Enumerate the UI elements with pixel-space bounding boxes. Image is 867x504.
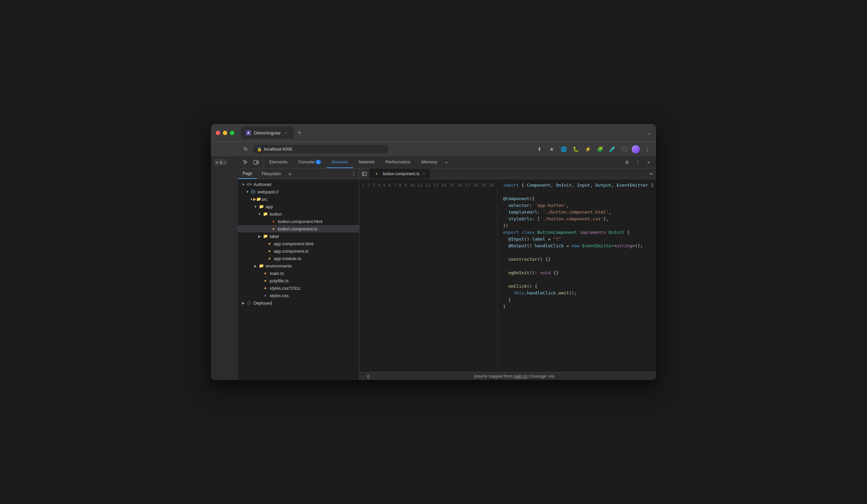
tree-arrow-button: ▼ (257, 212, 262, 216)
folder-icon-label: 📁 (262, 233, 268, 239)
line-numbers: 1 2 3 4 5 6 7 8 9 10 11 12 13 14 15 16 1… (359, 179, 497, 372)
tree-item-label-folder[interactable]: ▶ 📁 label (238, 232, 359, 240)
pretty-print-button[interactable]: {} (363, 374, 374, 379)
tree-item-app-html[interactable]: ▶ ● app.component.html (238, 240, 359, 247)
tree-label-button-ts: button.component.ts (278, 227, 318, 231)
code-lines[interactable]: import { Component, OnInit, Input, Outpu… (497, 179, 656, 372)
minimize-button[interactable] (223, 131, 227, 135)
tab-network[interactable]: Network (353, 156, 380, 168)
tree-label-environments: environments (266, 263, 292, 269)
back-button[interactable]: ← (215, 144, 225, 154)
authored-icon: </> (246, 181, 252, 187)
tab-elements[interactable]: Elements (264, 156, 293, 168)
status-text: (source mapped from main.js) Coverage: n… (376, 374, 652, 379)
tab-title: DemoAngular (254, 130, 281, 135)
tree-item-main-ts[interactable]: ▶ ● main.ts (238, 270, 359, 277)
file-icon-styles-hash: ● (262, 285, 268, 291)
tree-item-src[interactable]: ▼ ▶📁 src (238, 195, 359, 203)
tree-item-styles-css-hash[interactable]: ▶ ● styles.css?231c (238, 284, 359, 292)
tree-label-styles-css: styles.css (270, 293, 289, 298)
tree-label-src: src (261, 197, 267, 202)
maximize-button[interactable] (230, 131, 234, 135)
code-content-area[interactable]: 1 2 3 4 5 6 7 8 9 10 11 12 13 14 15 16 1… (359, 179, 656, 372)
devtools-more-icon[interactable]: ⋮ (633, 158, 642, 167)
tree-item-webpack[interactable]: ▼ webpack:// (238, 188, 359, 195)
svg-rect-1 (257, 161, 258, 164)
tab-console[interactable]: Console 1 (293, 156, 326, 168)
sources-sub-tabs-menu[interactable]: ⋮ (348, 168, 359, 179)
tree-label-app-module: app.module.ts (274, 256, 301, 261)
status-prefix: (source mapped from (474, 374, 513, 379)
more-options-icon[interactable]: ⋮ (642, 144, 652, 154)
forward-button[interactable]: → (228, 144, 237, 154)
source-map-link[interactable]: main.js (513, 374, 526, 379)
editor-tab-filename: button.component.ts (383, 172, 420, 176)
address-bar: ← → ↻ 🔒 localhost:4200 ⬆ ★ 🌐 🐛 ⚡ 🧩 🧪 ⬛ ⋮ (211, 142, 656, 156)
sources-sub-tabs-more[interactable]: » (286, 168, 294, 179)
share-icon[interactable]: ⬆ (535, 144, 544, 154)
tree-item-app-ts[interactable]: ▶ ● app.component.ts (238, 247, 359, 255)
tree-item-polyfills[interactable]: ▶ ● polyfills.ts (238, 277, 359, 284)
editor-sidebar-toggle[interactable] (359, 168, 370, 179)
extension-icon-4[interactable]: 🧩 (595, 144, 605, 154)
devtools-tabs-more[interactable]: » (442, 156, 450, 168)
extension-icon-3[interactable]: ⚡ (583, 144, 592, 154)
devtools-close-icon[interactable]: × (644, 158, 653, 167)
file-icon-app-ts: ● (266, 248, 272, 254)
tree-arrow-authored: ▼ (241, 183, 246, 186)
tab-sources[interactable]: Sources (326, 156, 353, 168)
inspect-element-icon[interactable] (241, 158, 250, 167)
tab-performance[interactable]: Performance (380, 156, 416, 168)
editor-collapse-button[interactable] (646, 168, 656, 179)
zoom-value: 0 (220, 160, 222, 165)
tree-label-deployed: Deployed (254, 300, 272, 306)
tree-arrow-app: ▼ (253, 205, 258, 209)
extension-icon-2[interactable]: 🐛 (571, 144, 580, 154)
bookmark-icon[interactable]: ★ (547, 144, 556, 154)
tab-list-arrow[interactable]: ⌄ (647, 130, 651, 135)
tree-item-environments[interactable]: ▶ 📁 environments (238, 262, 359, 270)
address-input[interactable]: 🔒 localhost:4200 (254, 145, 388, 153)
svg-rect-0 (254, 160, 257, 164)
tree-item-button-folder[interactable]: ▼ 📁 button (238, 210, 359, 218)
devtools-right-icons: ⚙ ⋮ × (620, 156, 656, 168)
tab-memory[interactable]: Memory (416, 156, 442, 168)
refresh-button[interactable]: ↻ (241, 144, 250, 154)
tree-item-button-html[interactable]: ▶ ● button.component.html (238, 218, 359, 225)
sources-panel: Page Filesystem » ⋮ ▼ (238, 168, 656, 380)
status-bar: {} (source mapped from main.js) Coverage… (359, 372, 656, 380)
zoom-decrease-button[interactable]: - (224, 160, 225, 165)
extension-icon-5[interactable]: 🧪 (608, 144, 617, 154)
avatar[interactable] (632, 145, 640, 153)
tree-item-button-ts[interactable]: ▶ ● button.component.ts (238, 225, 359, 232)
close-button[interactable] (216, 131, 220, 135)
tree-label-webpack: webpack:// (258, 189, 278, 194)
zoom-increase-button[interactable]: + (216, 160, 218, 165)
browser-tab[interactable]: A DemoAngular × (241, 127, 293, 139)
device-toolbar-icon[interactable] (251, 158, 261, 167)
address-text: localhost:4200 (264, 146, 292, 152)
folder-icon-src: ▶📁 (254, 196, 260, 202)
tree-item-authored[interactable]: ▼ </> Authored (238, 180, 359, 188)
split-view-icon[interactable]: ⬛ (620, 144, 629, 154)
folder-icon-environments: 📁 (258, 263, 264, 269)
lock-icon: 🔒 (257, 147, 262, 152)
new-tab-button[interactable]: + (295, 128, 304, 138)
devtools-settings-icon[interactable]: ⚙ (622, 158, 632, 167)
webpack-icon (250, 189, 256, 195)
file-icon-styles-css: ● (262, 293, 268, 298)
editor-tab-close-button[interactable]: × (422, 172, 426, 176)
file-icon-app-html: ● (266, 241, 272, 246)
sources-file-tree-panel: Page Filesystem » ⋮ ▼ (238, 168, 359, 380)
toolbar-right: ⬆ ★ 🌐 🐛 ⚡ 🧩 🧪 ⬛ ⋮ (535, 144, 652, 154)
sources-tab-page[interactable]: Page (238, 168, 257, 179)
tree-label-app: app (266, 204, 273, 209)
editor-file-tab-button-ts[interactable]: ● button.component.ts × (370, 168, 431, 179)
tab-close-button[interactable]: × (283, 130, 289, 135)
tree-item-app[interactable]: ▼ 📁 app (238, 203, 359, 210)
tree-item-deployed[interactable]: ▶ ⬡ Deployed (238, 299, 359, 307)
tree-item-styles-css[interactable]: ▶ ● styles.css (238, 292, 359, 299)
tree-item-app-module[interactable]: ▶ ● app.module.ts (238, 255, 359, 262)
extension-icon-1[interactable]: 🌐 (559, 144, 568, 154)
sources-tab-filesystem[interactable]: Filesystem (257, 168, 286, 179)
